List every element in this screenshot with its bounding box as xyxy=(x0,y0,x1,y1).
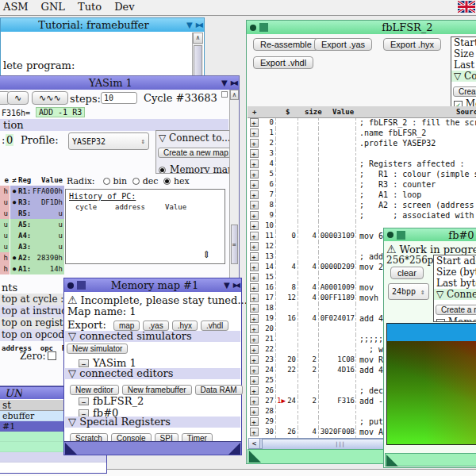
expand-row-button[interactable]: + xyxy=(250,263,259,271)
breakpoint-marker-icon[interactable]: 1▶ xyxy=(277,397,286,405)
resize-updown-icon[interactable]: ⇕ xyxy=(202,249,210,260)
register-row[interactable]: A5:u xyxy=(10,219,64,230)
window-square-icon[interactable] xyxy=(397,231,405,240)
expand-row-button[interactable]: + xyxy=(250,366,259,374)
export-button--yas[interactable]: .yas xyxy=(143,321,168,331)
expand-row-button[interactable]: + xyxy=(250,428,259,436)
menu-item-gnl[interactable]: GNL xyxy=(41,1,65,13)
scroll-up-button[interactable]: ∧ xyxy=(193,33,203,44)
section-simulators[interactable]: ▽ connected simulators xyxy=(65,331,240,342)
tutorial-titlebar[interactable]: Tutorial: framebuffer ▼ ▶◀ xyxy=(1,18,204,32)
editor-button-new-framebuffer[interactable]: New framebuffer xyxy=(122,385,192,395)
window-menu-icon[interactable] xyxy=(387,232,393,238)
expand-row-button[interactable]: + xyxy=(250,201,259,209)
connect-header[interactable]: ▽ Connect to... xyxy=(156,131,234,144)
expand-row-button[interactable]: + xyxy=(250,139,259,148)
expand-row-button[interactable]: + xyxy=(250,159,259,168)
export-hyx-button[interactable]: Export .hyx xyxy=(383,38,441,51)
profile-select[interactable]: YASEP32 ⇕ xyxy=(68,132,149,150)
editor-button-data-ram[interactable]: Data RAM xyxy=(195,385,243,395)
register-row[interactable]: A3:u xyxy=(10,241,64,252)
radix-option-hex[interactable]: hex xyxy=(163,176,189,186)
resize-corner-icon[interactable] xyxy=(65,443,77,455)
expand-row-button[interactable]: + xyxy=(250,324,259,333)
fb-titlebar[interactable]: fb#0 xyxy=(384,228,476,241)
close-icon[interactable]: ▶◀ xyxy=(231,79,236,87)
expand-row-button[interactable]: + xyxy=(250,294,259,302)
new-simulator-button[interactable]: New simulator xyxy=(67,344,128,354)
expand-row-button[interactable]: + xyxy=(250,252,259,261)
register-row[interactable]: ●R1:FFA000h xyxy=(10,186,64,197)
expand-row-button[interactable]: + xyxy=(250,118,259,127)
resize-corner-icon[interactable] xyxy=(228,443,240,455)
menu-item-asm[interactable]: ASM xyxy=(3,1,29,13)
register-row[interactable]: ●R3:DF1Dh xyxy=(10,197,64,208)
connect-section[interactable]: ▽ Connect xyxy=(451,71,476,82)
fblfsr-titlebar[interactable]: fbLFSR_2 xyxy=(247,21,476,34)
window-menu-icon[interactable] xyxy=(67,282,74,289)
register-row[interactable]: ●A2:28390h xyxy=(10,252,64,263)
expand-row-button[interactable]: + xyxy=(250,283,259,292)
steps-input[interactable]: 10 xyxy=(101,92,137,104)
run-button[interactable]: ∿∿∿ xyxy=(32,91,68,105)
window-square-icon[interactable] xyxy=(259,23,268,32)
expand-row-button[interactable]: + xyxy=(250,376,259,385)
memory-map-radio[interactable] xyxy=(159,167,166,174)
register-row[interactable]: ●A1:14h xyxy=(10,263,64,274)
expand-row-button[interactable]: + xyxy=(250,407,259,416)
close-icon[interactable]: ▶◀ xyxy=(196,21,201,29)
memory-titlebar[interactable]: Memory map #1 ▼ ▶◀ xyxy=(64,278,241,292)
expand-row-button[interactable]: + xyxy=(250,355,259,364)
expand-row-button[interactable]: + xyxy=(250,149,259,158)
resize-corner-icon[interactable] xyxy=(249,451,261,463)
collapse-icon[interactable]: ▼ xyxy=(224,282,230,290)
menu-item-dev[interactable]: Dev xyxy=(114,1,134,13)
detach-icon[interactable] xyxy=(221,91,228,98)
menu-item-tuto[interactable]: Tuto xyxy=(78,1,102,13)
expand-row-button[interactable]: + xyxy=(250,232,259,240)
export-button--hyx[interactable]: .hyx xyxy=(172,321,198,331)
bpp-select[interactable]: 24bpp ⇕ xyxy=(388,283,429,300)
resize-corner-icon[interactable] xyxy=(386,455,398,466)
expand-row-button[interactable]: + xyxy=(250,170,259,178)
scroll-left-button[interactable]: < xyxy=(249,439,260,448)
reassemble-button[interactable]: Re-assemble xyxy=(253,38,319,51)
expand-row-button[interactable]: + xyxy=(250,129,259,137)
scroll-up-button[interactable]: ∧ xyxy=(230,90,239,100)
step-button[interactable]: ∿ xyxy=(7,91,29,105)
expand-row-button[interactable]: + xyxy=(250,386,259,395)
export-vhdl-button[interactable]: Export .vhdl xyxy=(253,56,313,69)
expand-row-button[interactable]: + xyxy=(250,314,259,323)
expand-row-button[interactable]: + xyxy=(250,335,259,344)
expand-row-button[interactable]: + xyxy=(250,180,259,189)
create-new-button[interactable]: Create a ne xyxy=(436,305,476,315)
register-row[interactable]: A4:u xyxy=(10,230,64,241)
radio-icon[interactable] xyxy=(103,178,110,185)
radio-icon[interactable] xyxy=(132,178,140,185)
export-yas-button[interactable]: Export .yas xyxy=(314,38,372,51)
create-new-button[interactable]: Create a new xyxy=(453,86,476,97)
section-special-registers[interactable]: ▽ Special Registers xyxy=(65,416,240,428)
uk-flag-icon[interactable] xyxy=(458,1,475,13)
export-button-map[interactable]: map xyxy=(113,321,140,331)
connect-section[interactable]: ▽ Connect xyxy=(434,289,476,300)
collapse-icon[interactable]: ▼ xyxy=(221,79,228,87)
yasim-titlebar[interactable]: YASim 1 ▼ ▶◀ xyxy=(0,76,239,90)
fb-bottom-bar[interactable] xyxy=(385,453,476,466)
expand-row-button[interactable]: + xyxy=(250,417,259,426)
expand-row-button[interactable]: + xyxy=(250,211,259,220)
window-square-icon[interactable] xyxy=(77,281,86,290)
expand-row-button[interactable]: + xyxy=(250,345,259,354)
clear-button[interactable]: clear xyxy=(390,267,424,279)
radix-option-dec[interactable]: dec xyxy=(132,176,158,186)
radix-option-bin[interactable]: bin xyxy=(103,176,127,186)
expand-row-button[interactable]: + xyxy=(250,221,259,230)
section-editors[interactable]: ▽ connected editors xyxy=(65,368,240,379)
editor-button-new-editor[interactable]: New editor xyxy=(70,385,119,395)
memory-bottom-scrollbar[interactable] xyxy=(64,441,241,455)
expand-row-button[interactable]: + xyxy=(250,304,259,313)
remove-item-button[interactable]: − xyxy=(79,359,89,367)
expand-row-button[interactable]: + xyxy=(250,190,259,199)
memory-checkbox[interactable]: ✓ xyxy=(436,319,445,322)
create-map-button[interactable]: Create a new map xyxy=(158,148,234,158)
